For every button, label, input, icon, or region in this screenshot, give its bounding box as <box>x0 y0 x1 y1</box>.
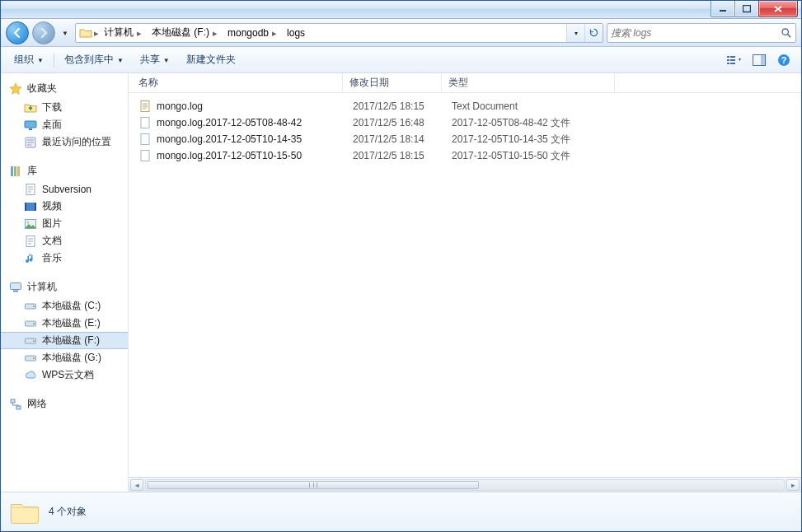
file-name-cell: mongo.log.2017-12-05T10-14-35 <box>138 133 353 146</box>
cloud-icon <box>24 369 37 382</box>
toolbar-label: 组织 <box>14 53 34 67</box>
refresh-button[interactable] <box>584 24 603 42</box>
tree-label: 文档 <box>42 234 62 248</box>
svg-point-31 <box>33 323 35 324</box>
sidebar-item-subversion[interactable]: Subversion <box>1 181 128 198</box>
libraries-header[interactable]: 库 <box>1 162 128 181</box>
file-type-cell: 2017-12-05T10-14-35 文件 <box>452 133 625 147</box>
file-type-cell: 2017-12-05T10-15-50 文件 <box>452 149 625 163</box>
preview-pane-button[interactable] <box>748 51 770 69</box>
sidebar-item-documents[interactable]: 文档 <box>1 232 128 250</box>
file-type-cell: 2017-12-05T08-48-42 文件 <box>452 116 625 130</box>
svg-rect-6 <box>730 59 735 61</box>
svg-rect-1 <box>743 5 751 12</box>
sidebar-item-pictures[interactable]: 图片 <box>1 215 128 232</box>
search-icon <box>781 27 792 39</box>
svg-point-24 <box>27 221 30 223</box>
favorites-header[interactable]: 收藏夹 <box>1 80 128 99</box>
computer-icon <box>9 281 22 294</box>
file-name-cell: mongo.log.2017-12-05T10-15-50 <box>138 149 353 162</box>
breadcrumb-segment[interactable]: logs <box>282 24 310 42</box>
drive-icon <box>24 317 37 330</box>
navigation-pane[interactable]: 收藏夹 下载 桌面 最近访问的位置 库 Subversion 视频 图片 文档 … <box>1 73 129 492</box>
sidebar-item-wps-cloud[interactable]: WPS云文档 <box>1 366 128 384</box>
minimize-button[interactable] <box>711 1 735 17</box>
file-name: mongo.log.2017-12-05T10-14-35 <box>157 133 302 145</box>
breadcrumb-label: logs <box>287 27 305 39</box>
sidebar-item-drive-f[interactable]: 本地磁盘 (F:) <box>1 332 128 349</box>
file-type-cell: Text Document <box>452 100 625 112</box>
sidebar-item-desktop[interactable]: 桌面 <box>1 116 128 133</box>
new-folder-button[interactable]: 新建文件夹 <box>180 50 242 69</box>
svg-rect-17 <box>14 166 16 176</box>
file-icon <box>138 133 152 146</box>
forward-button[interactable] <box>32 21 55 44</box>
file-icon <box>138 116 152 129</box>
explorer-body: 收藏夹 下载 桌面 最近访问的位置 库 Subversion 视频 图片 文档 … <box>1 73 801 492</box>
close-button[interactable] <box>758 1 798 17</box>
sidebar-item-music[interactable]: 音乐 <box>1 250 128 267</box>
svg-point-35 <box>33 357 35 359</box>
svg-point-29 <box>33 306 35 307</box>
file-list[interactable]: mongo.log2017/12/5 18:15Text Documentmon… <box>129 93 801 477</box>
sidebar-item-downloads[interactable]: 下载 <box>1 99 128 116</box>
tree-label: 本地磁盘 (F:) <box>42 334 100 348</box>
scroll-left-button[interactable]: ◂ <box>130 479 143 491</box>
tree-label: 本地磁盘 (C:) <box>42 299 101 313</box>
breadcrumb-segment[interactable]: 计算机▸ <box>99 24 147 42</box>
back-button[interactable] <box>6 21 29 44</box>
svg-rect-3 <box>727 56 729 58</box>
drive-icon <box>24 352 37 365</box>
network-header[interactable]: 网络 <box>1 395 128 414</box>
svg-rect-27 <box>13 290 18 292</box>
toolbar-label: 共享 <box>140 53 160 67</box>
details-pane: 4 个对象 <box>1 492 801 531</box>
svg-rect-5 <box>727 59 729 61</box>
svg-rect-26 <box>11 282 21 289</box>
file-row[interactable]: mongo.log2017/12/5 18:15Text Document <box>132 98 798 114</box>
file-row[interactable]: mongo.log.2017-12-05T10-15-502017/12/5 1… <box>132 147 798 164</box>
sidebar-item-drive-c[interactable]: 本地磁盘 (C:) <box>1 297 128 315</box>
breadcrumb-segment[interactable]: 本地磁盘 (F:)▸ <box>147 24 223 42</box>
share-menu[interactable]: 共享▼ <box>134 50 176 69</box>
scroll-track[interactable] <box>145 479 785 491</box>
tree-label: 收藏夹 <box>27 82 57 96</box>
help-button[interactable]: ? <box>773 51 795 69</box>
include-in-library-menu[interactable]: 包含到库中▼ <box>58 50 130 69</box>
desktop-icon <box>24 119 37 132</box>
sidebar-item-drive-g[interactable]: 本地磁盘 (G:) <box>1 349 128 366</box>
scroll-right-button[interactable]: ▸ <box>786 479 800 491</box>
sidebar-item-videos[interactable]: 视频 <box>1 198 128 215</box>
svg-point-2 <box>782 29 788 35</box>
breadcrumb-label: mongodb <box>227 27 269 39</box>
breadcrumb[interactable]: ▸ 计算机▸ 本地磁盘 (F:)▸ mongodb▸ logs ▾ <box>75 23 603 43</box>
file-row[interactable]: mongo.log.2017-12-05T10-14-352017/12/5 1… <box>132 131 798 147</box>
history-dropdown[interactable]: ▼ <box>59 23 72 43</box>
computer-header[interactable]: 计算机 <box>1 278 128 297</box>
sidebar-item-recent[interactable]: 最近访问的位置 <box>1 133 128 151</box>
video-icon <box>24 200 37 213</box>
column-header-date[interactable]: 修改日期 <box>343 73 442 92</box>
libraries-icon <box>9 165 22 178</box>
svg-rect-8 <box>730 63 735 64</box>
breadcrumb-label: 本地磁盘 (F:) <box>152 26 209 40</box>
column-header-type[interactable]: 类型 <box>442 73 615 92</box>
sidebar-item-drive-e[interactable]: 本地磁盘 (E:) <box>1 315 128 332</box>
file-row[interactable]: mongo.log.2017-12-05T08-48-422017/12/5 1… <box>132 114 798 131</box>
breadcrumb-segment[interactable]: mongodb▸ <box>223 24 282 42</box>
horizontal-scrollbar[interactable]: ◂ ▸ <box>129 477 801 492</box>
scroll-thumb[interactable] <box>148 481 479 489</box>
file-name: mongo.log.2017-12-05T10-15-50 <box>157 150 302 161</box>
search-input[interactable] <box>611 27 777 39</box>
column-header-name[interactable]: 名称 <box>129 73 343 92</box>
favorites-group: 收藏夹 下载 桌面 最近访问的位置 <box>1 80 128 151</box>
tree-label: 计算机 <box>27 280 57 294</box>
breadcrumb-dropdown[interactable]: ▾ <box>566 24 584 42</box>
view-options-button[interactable] <box>724 51 745 69</box>
maximize-button[interactable] <box>734 1 759 17</box>
organize-menu[interactable]: 组织▼ <box>7 50 50 69</box>
star-icon <box>9 82 22 96</box>
network-group: 网络 <box>1 395 128 414</box>
search-box[interactable] <box>607 23 796 43</box>
status-text: 4 个对象 <box>49 505 87 519</box>
